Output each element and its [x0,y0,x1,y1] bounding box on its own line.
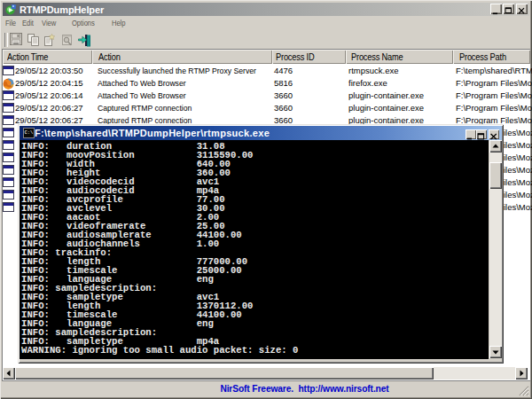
svg-text:C:\: C:\ [24,129,34,136]
